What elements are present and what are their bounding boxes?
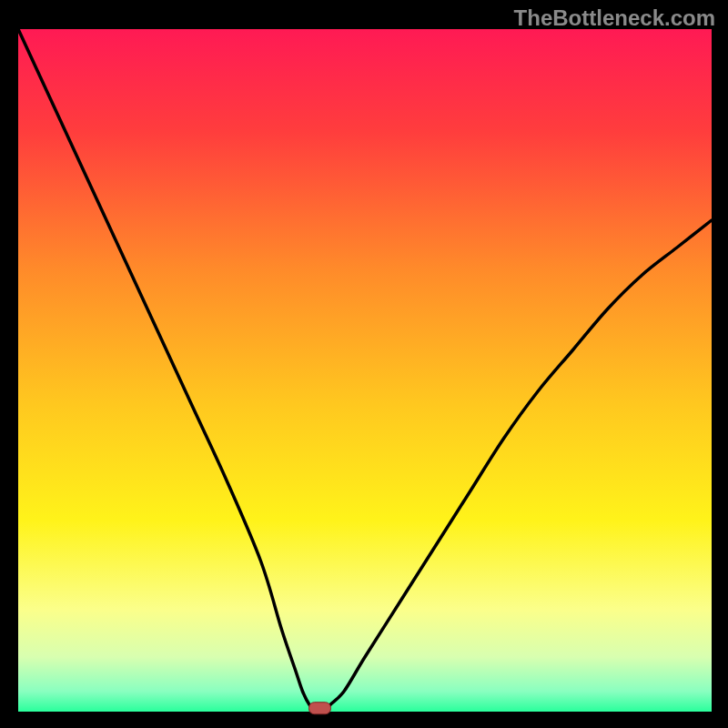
chart-svg [0,0,728,728]
plot-background [18,29,712,712]
bottleneck-chart: TheBottleneck.com [0,0,728,728]
optimal-marker [308,703,330,714]
watermark-text: TheBottleneck.com [514,5,715,31]
